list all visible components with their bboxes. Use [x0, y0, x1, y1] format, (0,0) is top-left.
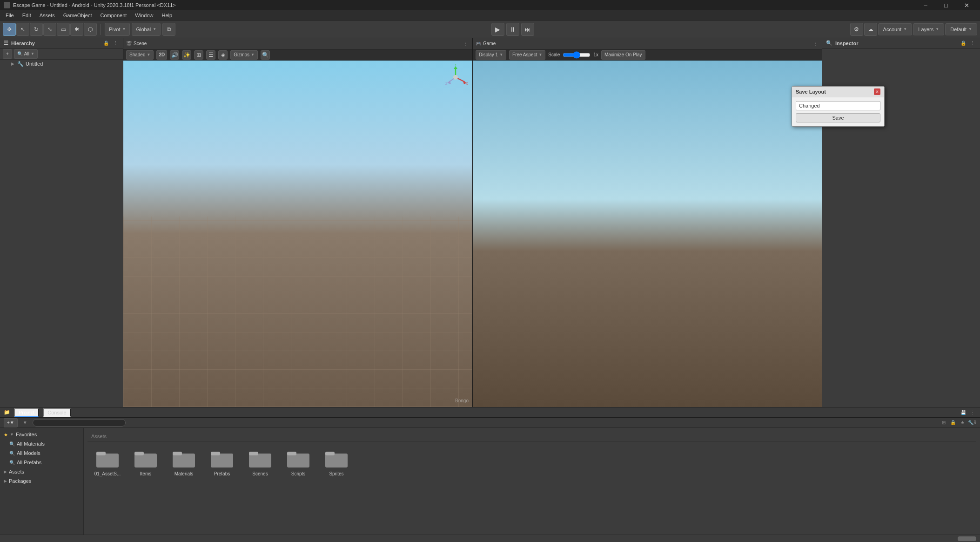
- project-more[interactable]: ⋮: [969, 409, 976, 416]
- folder-item-4[interactable]: Scenes: [244, 447, 276, 476]
- close-button[interactable]: ✕: [957, 0, 976, 10]
- project-sidebar: ★ ▼ Favorites 🔍 All Materials 🔍 All Mode…: [0, 428, 84, 535]
- dialog-name-input[interactable]: [796, 101, 880, 110]
- svg-rect-13: [134, 452, 144, 455]
- scene-hidden-btn[interactable]: ☰: [206, 50, 215, 60]
- tool-scale[interactable]: ⤡: [43, 23, 56, 36]
- inspector-icon: 🔍: [826, 40, 832, 46]
- maximize-button[interactable]: □: [936, 0, 956, 10]
- tab-project[interactable]: Project: [14, 408, 39, 417]
- game-actions: ⋮: [812, 40, 819, 47]
- svg-rect-14: [173, 454, 195, 467]
- pause-button[interactable]: ⏸: [506, 23, 519, 36]
- scene-view[interactable]: Y X Z Bongo: [123, 61, 472, 407]
- menu-component[interactable]: Component: [96, 12, 130, 19]
- sidebar-assets[interactable]: ▶ Assets: [0, 467, 83, 476]
- inspector-more[interactable]: ⋮: [969, 40, 976, 47]
- svg-rect-17: [211, 452, 220, 455]
- play-button[interactable]: ▶: [491, 23, 504, 36]
- tool-custom[interactable]: ⬡: [84, 23, 97, 36]
- display-dropdown[interactable]: Display 1 ▼: [476, 50, 506, 60]
- hierarchy-add-btn[interactable]: +: [3, 49, 12, 59]
- assets-arrow: ▶: [4, 469, 7, 474]
- menu-gameobject[interactable]: GameObject: [60, 12, 96, 19]
- game-view[interactable]: [473, 61, 822, 407]
- account-button[interactable]: Account ▼: [878, 23, 913, 35]
- layers-button[interactable]: Layers ▼: [913, 23, 944, 35]
- hierarchy-lock[interactable]: 🔒: [102, 40, 110, 47]
- hierarchy-more[interactable]: ⋮: [112, 40, 119, 47]
- svg-rect-10: [96, 454, 119, 467]
- tool-move[interactable]: ↖: [16, 23, 29, 36]
- hierarchy-item-untitled[interactable]: ▶ 🔧 Untitled: [0, 60, 123, 68]
- project-save[interactable]: 💾: [960, 409, 967, 416]
- play-controls: ▶ ⏸ ⏭: [177, 23, 848, 36]
- game-header: 🎮 Game ⋮: [473, 38, 822, 49]
- dialog-close-button[interactable]: ✕: [874, 88, 880, 95]
- menu-file[interactable]: File: [2, 12, 18, 19]
- tool-hand[interactable]: ✥: [3, 23, 16, 36]
- sidebar-all-materials[interactable]: 🔍 All Materials: [0, 439, 83, 448]
- menu-bar: File Edit Assets GameObject Component Wi…: [0, 10, 980, 20]
- scale-slider[interactable]: [563, 53, 591, 57]
- snap-btn[interactable]: ⧉: [162, 23, 175, 36]
- shading-label: Shaded: [129, 52, 145, 57]
- folder-icon-6: [324, 447, 349, 469]
- menu-window[interactable]: Window: [131, 12, 157, 19]
- maximize-btn[interactable]: Maximize On Play: [601, 50, 645, 60]
- hierarchy-search[interactable]: 🔍 All ▼: [14, 49, 38, 59]
- step-button[interactable]: ⏭: [521, 23, 534, 36]
- 2d-toggle[interactable]: 2D: [156, 50, 167, 60]
- scene-game-area: 🎬 Scene ⋮ Shaded ▼ 2D 🔊 ✨: [123, 38, 822, 407]
- scene-search-btn[interactable]: 🔍: [261, 50, 270, 60]
- folder-item-2[interactable]: Materials: [168, 447, 200, 476]
- tab-console[interactable]: Console: [43, 408, 71, 417]
- tool-rotate[interactable]: ↻: [30, 23, 43, 36]
- scene-more[interactable]: ⋮: [462, 40, 470, 47]
- untitled-arrow: ▶: [11, 61, 14, 66]
- game-icon: 🎮: [476, 41, 481, 46]
- folder-item-0[interactable]: 01_AssetS...: [91, 447, 124, 476]
- project-star-icon[interactable]: ★: [959, 419, 966, 427]
- sidebar-packages[interactable]: ▶ Packages: [0, 476, 83, 486]
- project-lock2-icon[interactable]: 🔒: [949, 419, 957, 427]
- sidebar-all-models[interactable]: 🔍 All Models: [0, 448, 83, 458]
- folder-icon-4: [248, 447, 273, 469]
- svg-rect-12: [134, 454, 157, 467]
- collab-icon[interactable]: ⚙: [850, 23, 863, 36]
- gizmos-dropdown[interactable]: Gizmos ▼: [230, 50, 258, 60]
- scene-fx-btn[interactable]: ✨: [182, 50, 191, 60]
- layout-button[interactable]: Default ▼: [945, 23, 977, 35]
- sidebar-favorites[interactable]: ★ ▼ Favorites: [0, 430, 83, 439]
- folder-item-6[interactable]: Sprites: [320, 447, 353, 476]
- tool-rect[interactable]: ▭: [57, 23, 70, 36]
- menu-assets[interactable]: Assets: [36, 12, 59, 19]
- dialog-save-button[interactable]: Save: [796, 113, 880, 122]
- folder-item-3[interactable]: Prefabs: [206, 447, 238, 476]
- scene-iso-btn[interactable]: ◈: [218, 50, 228, 60]
- unity-icon: [4, 2, 10, 8]
- project-add-btn[interactable]: +▼: [4, 418, 18, 427]
- inspector-lock[interactable]: 🔒: [960, 40, 967, 47]
- menu-help[interactable]: Help: [158, 12, 176, 19]
- aspect-dropdown[interactable]: Free Aspect ▼: [509, 50, 545, 60]
- project-columns-icon[interactable]: ⊞: [940, 419, 947, 427]
- project-search-icon[interactable]: ▼: [21, 419, 29, 427]
- folder-item-5[interactable]: Scripts: [282, 447, 315, 476]
- scene-grid-btn[interactable]: ⊞: [194, 50, 203, 60]
- tool-transform[interactable]: ✱: [70, 23, 83, 36]
- shading-dropdown[interactable]: Shaded ▼: [126, 50, 154, 60]
- menu-edit[interactable]: Edit: [19, 12, 35, 19]
- global-dropdown[interactable]: Global ▼: [132, 23, 161, 36]
- scroll-thumb[interactable]: [958, 536, 976, 541]
- project-search-input[interactable]: [33, 419, 126, 427]
- folder-item-1[interactable]: Items: [129, 447, 162, 476]
- gizmo-container: Y X Z: [443, 64, 469, 90]
- cloud-icon[interactable]: ☁: [864, 23, 877, 36]
- folder-icon-2: [171, 447, 196, 469]
- sidebar-all-prefabs[interactable]: 🔍 All Prefabs: [0, 458, 83, 467]
- scene-audio-btn[interactable]: 🔊: [170, 50, 179, 60]
- game-more[interactable]: ⋮: [812, 40, 819, 47]
- pivot-dropdown[interactable]: Pivot ▼: [105, 23, 130, 36]
- minimize-button[interactable]: –: [916, 0, 935, 10]
